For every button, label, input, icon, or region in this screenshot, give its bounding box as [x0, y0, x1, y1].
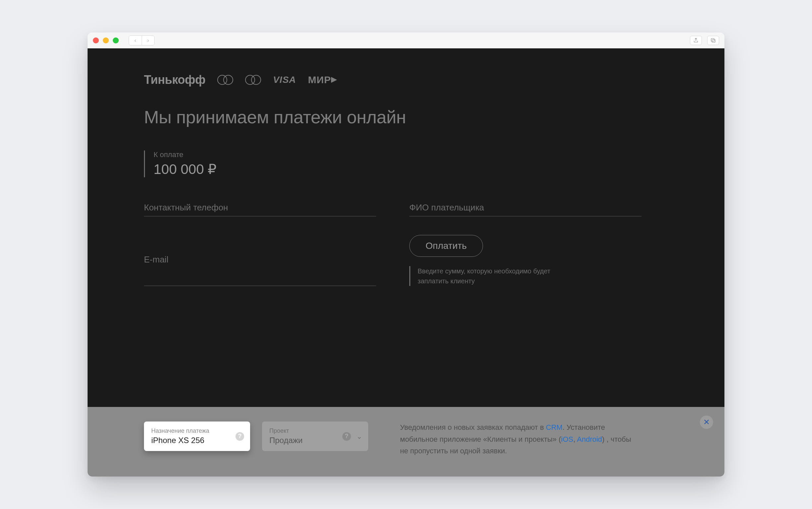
amount-value: 100 000 ₽	[154, 161, 668, 177]
back-button[interactable]: ‹	[129, 36, 142, 45]
payment-form: Оплатить Введите сумму, которую необходи…	[144, 201, 642, 286]
payment-purpose-card[interactable]: Назначение платежа iPhone XS 256 ?	[144, 421, 250, 451]
tabs-icon[interactable]	[707, 36, 719, 45]
help-icon[interactable]: ?	[342, 432, 351, 441]
bottom-bar: Назначение платежа iPhone XS 256 ? Проек…	[88, 407, 724, 477]
page-title: Мы принимаем платежи онлайн	[144, 107, 668, 127]
titlebar: ‹ ›	[88, 32, 724, 48]
brand-name: Тинькофф	[144, 73, 205, 87]
payment-section: Тинькофф VISA МИР Мы принимаем платежи о…	[88, 48, 724, 407]
share-icon[interactable]	[690, 36, 702, 45]
visa-icon: VISA	[273, 74, 296, 85]
ios-link[interactable]: iOS	[561, 435, 573, 443]
mir-icon: МИР	[308, 74, 337, 86]
project-select[interactable]: Проект Продажи ? ⌄	[262, 421, 368, 451]
svg-rect-1	[712, 39, 715, 42]
email-field[interactable]	[144, 235, 376, 286]
forward-button[interactable]: ›	[142, 36, 154, 45]
phone-field[interactable]	[144, 201, 376, 216]
viewport: Тинькофф VISA МИР Мы принимаем платежи о…	[88, 48, 724, 477]
crm-notice: Уведомления о новых заявках попадают в C…	[400, 421, 632, 456]
chevron-down-icon: ⌄	[356, 433, 362, 440]
payer-name-field[interactable]	[409, 201, 642, 216]
mastercard-icon	[217, 75, 233, 85]
purpose-value: iPhone XS 256	[151, 436, 243, 445]
notice-text: ,	[573, 435, 577, 443]
amount-label: К оплате	[154, 150, 668, 159]
window-close-icon[interactable]	[93, 37, 99, 43]
notice-text: Уведомления о новых заявках попадают в	[400, 423, 546, 432]
crm-link[interactable]: CRM	[546, 423, 563, 432]
pay-button[interactable]: Оплатить	[409, 235, 483, 257]
svg-rect-0	[711, 38, 714, 41]
window-minimize-icon[interactable]	[103, 37, 109, 43]
help-icon[interactable]: ?	[236, 432, 244, 441]
android-link[interactable]: Android	[577, 435, 602, 443]
browser-window: ‹ › Тинькофф VISA МИР Мы принимаем плате…	[88, 32, 724, 477]
nav-buttons: ‹ ›	[129, 35, 155, 45]
mir-text: МИР	[308, 74, 331, 86]
window-zoom-icon[interactable]	[113, 37, 119, 43]
purpose-label: Назначение платежа	[151, 428, 243, 435]
maestro-icon	[245, 75, 261, 85]
amount-block: К оплате 100 000 ₽	[144, 150, 668, 177]
amount-hint: Введите сумму, которую необходимо будет …	[409, 266, 582, 286]
traffic-lights	[93, 37, 119, 43]
close-icon[interactable]: ✕	[700, 415, 713, 429]
brand-row: Тинькофф VISA МИР	[144, 72, 668, 88]
